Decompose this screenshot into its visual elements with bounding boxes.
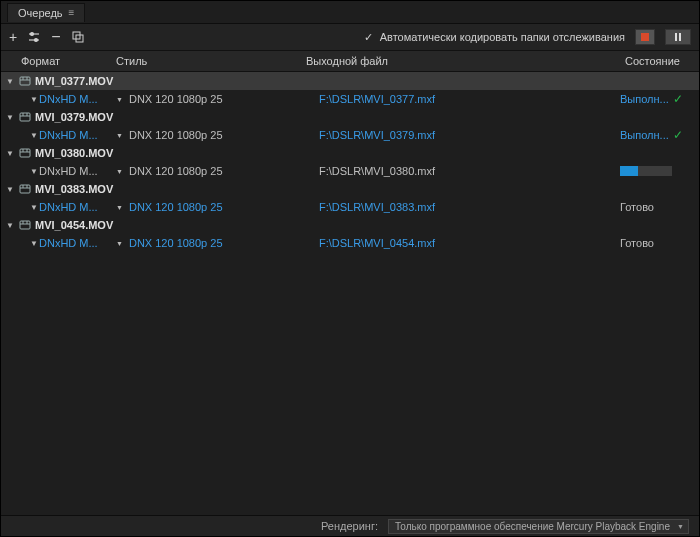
disclosure-icon[interactable]: ▼ bbox=[5, 221, 15, 230]
format-dropdown[interactable]: DNxHD M... bbox=[39, 237, 98, 249]
stop-button[interactable] bbox=[635, 29, 655, 45]
disclosure-icon[interactable]: ▼ bbox=[29, 203, 39, 212]
job-row[interactable]: ▼DNxHD M...▼DNX 120 1080p 25F:\DSLR\MVI_… bbox=[1, 198, 699, 216]
progress-bar bbox=[620, 166, 672, 176]
disclosure-icon[interactable]: ▼ bbox=[5, 149, 15, 158]
state-text: Готово bbox=[620, 237, 654, 249]
clip-icon bbox=[19, 75, 31, 87]
svg-rect-6 bbox=[20, 77, 30, 85]
clip-icon bbox=[19, 219, 31, 231]
col-state[interactable]: Состояние bbox=[625, 55, 695, 67]
style-dropdown[interactable]: DNX 120 1080p 25 bbox=[129, 165, 319, 177]
group-row[interactable]: ▼MVI_0383.MOV bbox=[1, 180, 699, 198]
state-cell: Выполн...✓ bbox=[620, 128, 695, 142]
job-row[interactable]: ▼DNxHD M...▼DNX 120 1080p 25F:\DSLR\MVI_… bbox=[1, 90, 699, 108]
chevron-down-icon[interactable]: ▼ bbox=[116, 168, 123, 175]
auto-encode-checkbox[interactable]: ✓ Автоматически кодировать папки отслежи… bbox=[363, 31, 625, 43]
chevron-down-icon[interactable]: ▼ bbox=[116, 132, 123, 139]
group-row[interactable]: ▼MVI_0380.MOV bbox=[1, 144, 699, 162]
job-row[interactable]: ▼DNxHD M...▼DNX 120 1080p 25F:\DSLR\MVI_… bbox=[1, 126, 699, 144]
panel-title: Очередь bbox=[18, 7, 63, 19]
renderer-value: Только программное обеспечение Mercury P… bbox=[395, 521, 670, 532]
format-dropdown[interactable]: DNxHD M... bbox=[39, 93, 98, 105]
statusbar: Рендеринг: Только программное обеспечени… bbox=[1, 515, 699, 536]
disclosure-icon[interactable]: ▼ bbox=[29, 239, 39, 248]
output-path[interactable]: F:\DSLR\MVI_0377.mxf bbox=[319, 93, 620, 105]
disclosure-icon[interactable]: ▼ bbox=[5, 113, 15, 122]
group-row[interactable]: ▼MVI_0379.MOV bbox=[1, 108, 699, 126]
col-format[interactable]: Формат bbox=[5, 55, 116, 67]
job-row[interactable]: ▼DNxHD M...▼DNX 120 1080p 25F:\DSLR\MVI_… bbox=[1, 162, 699, 180]
stop-icon bbox=[641, 33, 649, 41]
state-cell: Выполн...✓ bbox=[620, 92, 695, 106]
titlebar: Очередь ≡ bbox=[1, 1, 699, 24]
clip-icon bbox=[19, 147, 31, 159]
style-dropdown[interactable]: DNX 120 1080p 25 bbox=[129, 93, 319, 105]
group-name: MVI_0454.MOV bbox=[35, 219, 113, 231]
svg-rect-22 bbox=[20, 221, 30, 229]
output-path[interactable]: F:\DSLR\MVI_0383.mxf bbox=[319, 201, 620, 213]
renderer-select[interactable]: Только программное обеспечение Mercury P… bbox=[388, 519, 689, 534]
job-row[interactable]: ▼DNxHD M...▼DNX 120 1080p 25F:\DSLR\MVI_… bbox=[1, 234, 699, 252]
disclosure-icon[interactable]: ▼ bbox=[29, 95, 39, 104]
group-name: MVI_0380.MOV bbox=[35, 147, 113, 159]
check-ok-icon: ✓ bbox=[673, 92, 683, 106]
state-cell: Готово bbox=[620, 237, 695, 249]
state-cell bbox=[620, 166, 695, 176]
svg-point-3 bbox=[35, 39, 38, 42]
svg-point-2 bbox=[31, 33, 34, 36]
output-path[interactable]: F:\DSLR\MVI_0454.mxf bbox=[319, 237, 620, 249]
settings-icon[interactable] bbox=[27, 30, 41, 44]
col-output[interactable]: Выходной файл bbox=[306, 55, 625, 67]
clip-icon bbox=[19, 111, 31, 123]
style-dropdown[interactable]: DNX 120 1080p 25 bbox=[129, 201, 319, 213]
panel-menu-icon[interactable]: ≡ bbox=[69, 7, 75, 18]
disclosure-icon[interactable]: ▼ bbox=[29, 167, 39, 176]
chevron-down-icon: ▼ bbox=[677, 523, 684, 530]
check-ok-icon: ✓ bbox=[673, 128, 683, 142]
check-icon: ✓ bbox=[363, 32, 374, 43]
pause-icon bbox=[675, 33, 677, 41]
disclosure-icon[interactable]: ▼ bbox=[5, 185, 15, 194]
col-style[interactable]: Стиль bbox=[116, 55, 306, 67]
state-text: Выполн... bbox=[620, 93, 669, 105]
panel-tab-queue[interactable]: Очередь ≡ bbox=[7, 3, 85, 22]
toolbar: + − ✓ Автоматически кодировать папки отс… bbox=[1, 24, 699, 51]
group-name: MVI_0379.MOV bbox=[35, 111, 113, 123]
disclosure-icon[interactable]: ▼ bbox=[5, 77, 15, 86]
format-dropdown[interactable]: DNxHD M... bbox=[39, 201, 98, 213]
group-name: MVI_0383.MOV bbox=[35, 183, 113, 195]
output-path[interactable]: F:\DSLR\MVI_0380.mxf bbox=[319, 165, 620, 177]
group-row[interactable]: ▼MVI_0454.MOV bbox=[1, 216, 699, 234]
state-cell: Готово bbox=[620, 201, 695, 213]
svg-rect-18 bbox=[20, 185, 30, 193]
chevron-down-icon[interactable]: ▼ bbox=[116, 240, 123, 247]
duplicate-icon[interactable] bbox=[71, 30, 85, 44]
pause-button[interactable] bbox=[665, 29, 691, 45]
chevron-down-icon[interactable]: ▼ bbox=[116, 204, 123, 211]
svg-rect-10 bbox=[20, 113, 30, 121]
renderer-label: Рендеринг: bbox=[321, 520, 378, 532]
remove-button[interactable]: − bbox=[51, 28, 60, 46]
add-button[interactable]: + bbox=[9, 29, 17, 45]
group-row[interactable]: ▼MVI_0377.MOV bbox=[1, 72, 699, 90]
queue-list: ▼MVI_0377.MOV▼DNxHD M...▼DNX 120 1080p 2… bbox=[1, 72, 699, 515]
disclosure-icon[interactable]: ▼ bbox=[29, 131, 39, 140]
state-text: Выполн... bbox=[620, 129, 669, 141]
auto-encode-label: Автоматически кодировать папки отслежива… bbox=[380, 31, 625, 43]
output-path[interactable]: F:\DSLR\MVI_0379.mxf bbox=[319, 129, 620, 141]
chevron-down-icon[interactable]: ▼ bbox=[116, 96, 123, 103]
format-dropdown[interactable]: DNxHD M... bbox=[39, 129, 98, 141]
style-dropdown[interactable]: DNX 120 1080p 25 bbox=[129, 237, 319, 249]
group-name: MVI_0377.MOV bbox=[35, 75, 113, 87]
svg-rect-14 bbox=[20, 149, 30, 157]
clip-icon bbox=[19, 183, 31, 195]
style-dropdown[interactable]: DNX 120 1080p 25 bbox=[129, 129, 319, 141]
column-headers: Формат Стиль Выходной файл Состояние bbox=[1, 51, 699, 72]
format-dropdown[interactable]: DNxHD M... bbox=[39, 165, 98, 177]
state-text: Готово bbox=[620, 201, 654, 213]
